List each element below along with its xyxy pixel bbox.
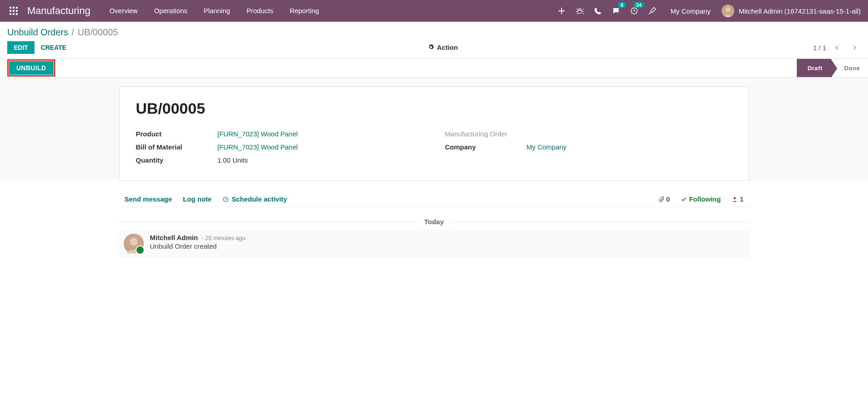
svg-rect-10: [558, 10, 565, 11]
followers-count: 1: [740, 195, 743, 203]
nav-reporting[interactable]: Reporting: [281, 0, 327, 22]
pager-prev[interactable]: [831, 41, 844, 54]
label-company: Company: [445, 143, 527, 151]
svg-rect-7: [13, 13, 15, 15]
breadcrumb-parent[interactable]: Unbuild Orders: [7, 27, 68, 37]
phone-icon[interactable]: [592, 5, 603, 16]
bug-icon[interactable]: [574, 5, 585, 16]
systray: 6 34 My Company Mitchell Admin (16742131…: [556, 5, 864, 17]
nav-menu: Overview Operations Planning Products Re…: [101, 0, 327, 22]
svg-rect-4: [13, 10, 15, 12]
svg-point-17: [130, 238, 138, 246]
control-panel: Edit Create Action 1 / 1: [0, 39, 868, 58]
nav-operations[interactable]: Operations: [146, 0, 195, 22]
chatter: Send message Log note Schedule activity …: [119, 192, 749, 258]
label-mo: Manufacturing Order: [445, 130, 527, 138]
svg-rect-6: [10, 13, 11, 15]
user-name: Mitchell Admin (16742131-saas-15-1-all): [739, 7, 861, 15]
svg-rect-3: [10, 10, 11, 12]
schedule-activity-label: Schedule activity: [232, 195, 287, 203]
chatter-day-separator: Today: [119, 218, 749, 226]
label-quantity: Quantity: [136, 156, 218, 164]
edit-button[interactable]: Edit: [7, 41, 34, 54]
message-body: Unbuild Order created: [150, 242, 246, 250]
pager-next[interactable]: [848, 41, 861, 54]
svg-rect-1: [13, 7, 15, 9]
app-brand[interactable]: Manufacturing: [27, 5, 90, 17]
gear-icon: [428, 44, 434, 50]
form-col-right: Manufacturing Order Company My Company: [445, 130, 732, 164]
activities-badge: 34: [633, 2, 644, 8]
top-navbar: Manufacturing Overview Operations Planni…: [0, 0, 868, 22]
value-product[interactable]: [FURN_7023] Wood Panel: [218, 130, 298, 138]
record-title: UB/00005: [136, 100, 732, 117]
message: Mitchell Admin - 20 minutes ago Unbuild …: [119, 229, 749, 258]
value-uom: Units: [233, 156, 248, 164]
svg-point-13: [725, 7, 730, 12]
row-company: Company My Company: [445, 143, 732, 151]
label-bom: Bill of Material: [136, 143, 218, 151]
status-draft[interactable]: Draft: [797, 59, 831, 77]
messages-icon[interactable]: 6: [611, 5, 621, 16]
nav-overview[interactable]: Overview: [101, 0, 146, 22]
label-product: Product: [136, 130, 218, 138]
pager-text: 1 / 1: [813, 44, 826, 52]
attachments-stat[interactable]: 0: [658, 195, 670, 203]
form-area: UB/00005 Product [FURN_7023] Wood Panel …: [0, 77, 868, 181]
chevron-left-icon: [834, 45, 840, 50]
form-col-left: Product [FURN_7023] Wood Panel Bill of M…: [136, 130, 423, 164]
status-bar: Unbuild Draft Done: [0, 58, 868, 77]
message-avatar: [124, 234, 144, 254]
chatter-wrap: Send message Log note Schedule activity …: [0, 181, 868, 258]
row-quantity: Quantity 1.00 Units: [136, 156, 423, 164]
svg-rect-8: [16, 13, 18, 15]
breadcrumb-current: UB/00005: [78, 27, 118, 37]
tools-icon[interactable]: [647, 5, 658, 16]
activities-icon[interactable]: 34: [629, 5, 640, 16]
attachments-count: 0: [666, 195, 670, 203]
apps-icon[interactable]: [7, 5, 20, 17]
message-author[interactable]: Mitchell Admin: [150, 234, 198, 241]
breadcrumb: Unbuild Orders / UB/00005: [7, 27, 118, 38]
chatter-actions: Send message Log note Schedule activity …: [119, 192, 749, 207]
message-time: - 20 minutes ago: [202, 235, 246, 241]
plus-icon[interactable]: [556, 5, 567, 16]
row-mo: Manufacturing Order: [445, 130, 732, 138]
breadcrumb-row: Unbuild Orders / UB/00005: [0, 22, 868, 39]
value-bom[interactable]: [FURN_7023] Wood Panel: [218, 143, 298, 151]
following-label: Following: [689, 195, 721, 203]
chevron-right-icon: [852, 45, 857, 50]
create-button[interactable]: Create: [34, 41, 73, 54]
breadcrumb-sep: /: [72, 27, 77, 37]
chatter-day-label: Today: [417, 218, 451, 226]
schedule-activity-button[interactable]: Schedule activity: [223, 195, 287, 203]
unbuild-button[interactable]: Unbuild: [9, 61, 53, 75]
row-product: Product [FURN_7023] Wood Panel: [136, 130, 423, 138]
person-icon: [732, 196, 738, 202]
check-icon: [681, 196, 687, 202]
action-label: Action: [437, 43, 458, 51]
messages-badge: 6: [618, 2, 626, 8]
user-menu[interactable]: Mitchell Admin (16742131-saas-15-1-all): [722, 5, 861, 17]
avatar-icon: [722, 5, 734, 17]
svg-rect-2: [16, 7, 18, 9]
paperclip-icon: [658, 196, 664, 202]
highlight-annotation: Unbuild: [7, 59, 55, 77]
pager: 1 / 1: [813, 41, 861, 54]
followers-stat[interactable]: 1: [732, 195, 743, 203]
svg-point-15: [734, 197, 736, 199]
log-note-button[interactable]: Log note: [183, 195, 212, 203]
send-message-button[interactable]: Send message: [125, 195, 172, 203]
row-bom: Bill of Material [FURN_7023] Wood Panel: [136, 143, 423, 151]
company-switcher[interactable]: My Company: [670, 7, 710, 15]
svg-rect-0: [10, 7, 11, 9]
clock-icon: [223, 196, 229, 202]
value-quantity: 1.00: [218, 156, 231, 164]
value-company[interactable]: My Company: [527, 143, 567, 151]
svg-rect-5: [16, 10, 18, 12]
nav-products[interactable]: Products: [238, 0, 281, 22]
following-button[interactable]: Following: [681, 195, 721, 203]
nav-planning[interactable]: Planning: [195, 0, 238, 22]
action-dropdown[interactable]: Action: [428, 43, 458, 51]
form-sheet: UB/00005 Product [FURN_7023] Wood Panel …: [119, 87, 749, 181]
